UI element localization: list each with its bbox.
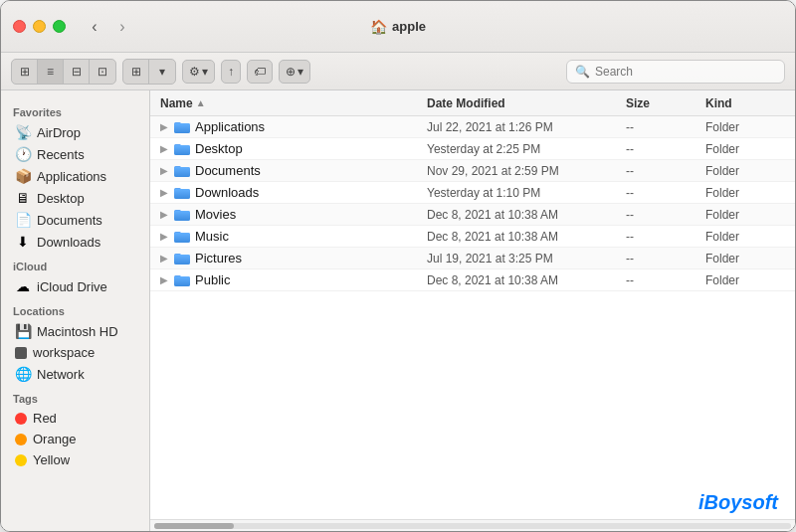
minimize-button[interactable]	[33, 20, 46, 33]
quick-look-button[interactable]: ⊕ ▾	[279, 60, 310, 84]
file-kind: Folder	[705, 273, 785, 287]
sidebar-item-workspace[interactable]: workspace	[5, 342, 145, 363]
action-button[interactable]: ⚙ ▾	[182, 60, 215, 84]
file-kind: Folder	[705, 164, 785, 178]
file-kind: Folder	[705, 120, 785, 134]
sidebar-item-macintosh-hd[interactable]: 💾 Macintosh HD	[5, 320, 145, 342]
table-row[interactable]: ▶ Applications Jul 22, 2021 at 1:26 PM	[150, 116, 795, 138]
table-row[interactable]: ▶ Movies Dec 8, 2021 at 10:38 AM --	[150, 204, 795, 226]
sidebar-item-airdrop[interactable]: 📡 AirDrop	[5, 121, 145, 143]
file-name: Movies	[195, 207, 427, 222]
folder-icon	[174, 208, 190, 221]
sidebar-item-downloads[interactable]: ⬇ Downloads	[5, 231, 145, 253]
window-title-area: 🏠 apple	[370, 19, 426, 35]
sidebar-item-documents[interactable]: 📄 Documents	[5, 209, 145, 231]
gallery-view-button[interactable]: ⊡	[90, 60, 115, 84]
file-kind: Folder	[705, 142, 785, 156]
eye-icon: ⊕	[286, 65, 296, 79]
table-row[interactable]: ▶ Downloads Yesterday at 1:10 PM --	[150, 182, 795, 204]
file-kind: Folder	[705, 230, 785, 244]
svg-rect-11	[174, 189, 190, 199]
folder-icon	[174, 120, 190, 133]
sidebar-item-tag-orange-label: Orange	[33, 432, 76, 446]
sidebar-item-tag-red[interactable]: Red	[5, 408, 145, 429]
file-name: Desktop	[195, 141, 427, 156]
file-name: Downloads	[195, 185, 427, 200]
file-size: --	[626, 230, 705, 244]
file-size: --	[626, 164, 705, 178]
row-chevron: ▶	[160, 165, 172, 176]
sidebar-item-macintosh-hd-label: Macintosh HD	[37, 324, 118, 339]
locations-section-label: Locations	[1, 297, 149, 320]
sidebar-item-icloud-drive[interactable]: ☁ iCloud Drive	[5, 275, 145, 297]
sidebar-item-recents[interactable]: 🕐 Recents	[5, 143, 145, 165]
maximize-button[interactable]	[53, 20, 66, 33]
file-list: ▶ Applications Jul 22, 2021 at 1:26 PM	[150, 116, 795, 519]
sidebar-item-desktop[interactable]: 🖥 Desktop	[5, 187, 145, 209]
search-input[interactable]	[595, 65, 776, 79]
sort-arrow: ▲	[196, 97, 206, 108]
tag-red-dot	[15, 413, 27, 425]
table-row[interactable]: ▶ Music Dec 8, 2021 at 10:38 AM --	[150, 226, 795, 248]
icloud-drive-icon: ☁	[15, 278, 31, 294]
file-size: --	[626, 208, 705, 222]
search-box[interactable]: 🔍	[566, 60, 785, 84]
icon-view-button[interactable]: ⊞	[12, 60, 38, 84]
table-row[interactable]: ▶ Pictures Jul 19, 2021 at 3:25 PM --	[150, 248, 795, 269]
file-kind: Folder	[705, 186, 785, 200]
file-size: --	[626, 120, 705, 134]
row-chevron: ▶	[160, 209, 172, 220]
table-row[interactable]: ▶ Documents Nov 29, 2021 at 2:59 PM --	[150, 160, 795, 182]
svg-rect-14	[174, 211, 190, 221]
share-button[interactable]: ↑	[221, 60, 241, 84]
file-size: --	[626, 252, 705, 266]
table-row[interactable]: ▶ Public Dec 8, 2021 at 10:38 AM --	[150, 269, 795, 291]
scrollbar-thumb[interactable]	[154, 523, 234, 529]
folder-icon	[174, 142, 190, 155]
group-button[interactable]: ⊞	[123, 60, 149, 84]
nav-buttons: ‹ ›	[82, 17, 135, 37]
svg-rect-2	[174, 123, 190, 133]
sidebar-item-tag-yellow-label: Yellow	[33, 452, 70, 467]
file-date: Jul 19, 2021 at 3:25 PM	[427, 252, 626, 266]
sidebar-item-applications[interactable]: 📦 Applications	[5, 165, 145, 187]
svg-rect-17	[174, 233, 190, 243]
file-size: --	[626, 273, 705, 287]
sidebar-item-tag-red-label: Red	[33, 411, 57, 426]
file-name: Music	[195, 229, 427, 244]
file-name: Pictures	[195, 251, 427, 266]
tag-button[interactable]: 🏷	[247, 60, 273, 84]
desktop-icon: 🖥	[15, 190, 31, 206]
col-date-header[interactable]: Date Modified	[427, 96, 626, 110]
col-name-header[interactable]: Name ▲	[160, 96, 427, 110]
col-size-header[interactable]: Size	[626, 96, 705, 110]
sidebar-item-network[interactable]: 🌐 Network	[5, 363, 145, 385]
share-icon: ↑	[228, 65, 234, 79]
content-area: Favorites 📡 AirDrop 🕐 Recents 📦 Applicat…	[1, 90, 795, 531]
col-kind-header[interactable]: Kind	[705, 96, 785, 110]
sidebar-item-airdrop-label: AirDrop	[37, 125, 81, 140]
column-view-button[interactable]: ⊟	[64, 60, 90, 84]
sidebar-item-network-label: Network	[37, 367, 85, 382]
list-view-button[interactable]: ≡	[38, 60, 64, 84]
file-date: Dec 8, 2021 at 10:38 AM	[427, 208, 626, 222]
folder-icon	[174, 186, 190, 199]
file-date: Dec 8, 2021 at 10:38 AM	[427, 273, 626, 287]
table-row[interactable]: ▶ Desktop Yesterday at 2:25 PM --	[150, 138, 795, 160]
file-date: Yesterday at 2:25 PM	[427, 142, 626, 156]
sidebar-item-tag-orange[interactable]: Orange	[5, 429, 145, 449]
file-name: Applications	[195, 119, 427, 134]
forward-button[interactable]: ›	[109, 17, 135, 37]
tag-yellow-dot	[15, 454, 27, 466]
file-list-header: Name ▲ Date Modified Size Kind	[150, 90, 795, 116]
file-date: Dec 8, 2021 at 10:38 AM	[427, 230, 626, 244]
sidebar-item-tag-yellow[interactable]: Yellow	[5, 449, 145, 470]
horizontal-scrollbar[interactable]	[150, 519, 795, 531]
back-button[interactable]: ‹	[82, 17, 107, 37]
file-size: --	[626, 142, 705, 156]
row-chevron: ▶	[160, 187, 172, 198]
sort-dropdown-button[interactable]: ▾	[149, 60, 175, 84]
file-date: Nov 29, 2021 at 2:59 PM	[427, 164, 626, 178]
tag-orange-dot	[15, 434, 27, 445]
close-button[interactable]	[13, 20, 26, 33]
